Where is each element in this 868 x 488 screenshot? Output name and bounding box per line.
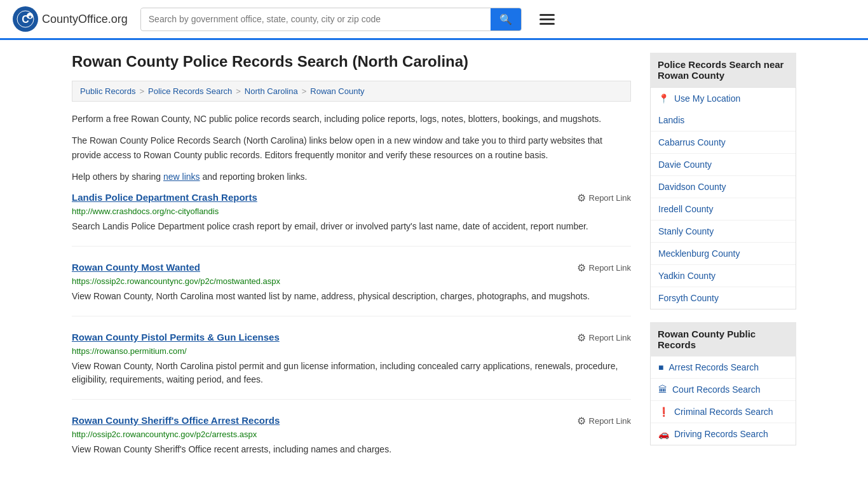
record-description-2: View Rowan County, North Carolina pistol…: [72, 360, 631, 386]
record-title-1[interactable]: Rowan County Most Wanted: [72, 262, 200, 273]
record-url-2[interactable]: https://rowanso.permitium.com/: [72, 346, 631, 356]
breadcrumb-sep-1: >: [139, 86, 144, 96]
description-3: Help others by sharing new links and rep…: [72, 170, 631, 184]
nearby-list-item: Landis: [651, 109, 796, 132]
record-description-3: View Rowan County Sheriff's Office recen…: [72, 443, 631, 456]
content-wrapper: Rowan County Police Records Search (Nort…: [53, 40, 815, 488]
report-link-label-3: Report Link: [589, 416, 631, 426]
public-record-list-item: ■Arrest Records Search: [651, 356, 796, 379]
logo-icon: C ★: [13, 6, 38, 32]
records-container: Landis Police Department Crash Reports ⚙…: [72, 192, 631, 469]
nearby-link-4[interactable]: Iredell County: [651, 198, 796, 220]
public-record-icon-2: ❗: [658, 407, 669, 417]
record-header: Rowan County Pistol Permits & Gun Licens…: [72, 332, 631, 344]
breadcrumb-rowan-county[interactable]: Rowan County: [310, 86, 364, 96]
svg-text:★: ★: [28, 15, 32, 19]
nearby-list-item: Yadkin County: [651, 265, 796, 287]
public-record-link-2[interactable]: ❗Criminal Records Search: [651, 401, 796, 423]
record-description-1: View Rowan County, North Carolina most w…: [72, 290, 631, 303]
hamburger-bar-2: [539, 18, 555, 20]
use-location-label: Use My Location: [674, 93, 740, 104]
public-record-icon-3: 🚗: [658, 429, 669, 439]
sidebar: Police Records Search near Rowan County …: [650, 53, 796, 484]
main-content: Rowan County Police Records Search (Nort…: [72, 53, 631, 484]
report-link-button-3[interactable]: ⚙ Report Link: [577, 415, 631, 427]
breadcrumb-sep-2: >: [236, 86, 241, 96]
breadcrumb-police-records[interactable]: Police Records Search: [148, 86, 232, 96]
nearby-list-item: Mecklenburg County: [651, 243, 796, 265]
search-icon: 🔍: [499, 14, 512, 25]
report-link-button-0[interactable]: ⚙ Report Link: [577, 192, 631, 204]
nearby-link-2[interactable]: Davie County: [651, 154, 796, 175]
public-records-section: Rowan County Public Records ■Arrest Reco…: [650, 322, 796, 445]
public-records-list: ■Arrest Records Search🏛Court Records Sea…: [650, 356, 796, 445]
nearby-link-6[interactable]: Mecklenburg County: [651, 243, 796, 264]
location-icon: 📍: [658, 93, 669, 104]
logo-text: CountyOffice.org: [42, 13, 128, 26]
site-header: C ★ CountyOffice.org 🔍: [0, 0, 868, 40]
search-button[interactable]: 🔍: [491, 8, 521, 30]
breadcrumb-public-records[interactable]: Public Records: [80, 86, 135, 96]
nearby-list-item: Iredell County: [651, 198, 796, 220]
logo-link[interactable]: C ★ CountyOffice.org: [13, 6, 128, 32]
record-header: Landis Police Department Crash Reports ⚙…: [72, 192, 631, 204]
search-input[interactable]: [141, 9, 491, 29]
use-location-link[interactable]: 📍 Use My Location: [650, 87, 796, 109]
nearby-list-item: Forsyth County: [651, 287, 796, 309]
public-record-link-0[interactable]: ■Arrest Records Search: [651, 356, 796, 378]
nearby-list-item: Davidson County: [651, 176, 796, 198]
report-link-button-2[interactable]: ⚙ Report Link: [577, 332, 631, 344]
nearby-link-5[interactable]: Stanly County: [651, 220, 796, 242]
record-title-3[interactable]: Rowan County Sheriff's Office Arrest Rec…: [72, 415, 280, 426]
report-link-button-1[interactable]: ⚙ Report Link: [577, 262, 631, 274]
breadcrumb-north-carolina[interactable]: North Carolina: [245, 86, 298, 96]
nearby-list-item: Stanly County: [651, 220, 796, 243]
record-entry: Landis Police Department Crash Reports ⚙…: [72, 192, 631, 247]
record-entry: Rowan County Most Wanted ⚙ Report Link h…: [72, 262, 631, 316]
report-icon-1: ⚙: [577, 262, 586, 274]
public-record-list-item: 🏛Court Records Search: [651, 379, 796, 401]
nearby-link-7[interactable]: Yadkin County: [651, 265, 796, 287]
hamburger-bar-1: [539, 14, 555, 16]
nearby-list-item: Davie County: [651, 154, 796, 176]
report-icon-2: ⚙: [577, 332, 586, 344]
nearby-link-1[interactable]: Cabarrus County: [651, 132, 796, 153]
public-record-list-item: ❗Criminal Records Search: [651, 401, 796, 423]
public-record-icon-0: ■: [658, 362, 663, 372]
record-header: Rowan County Most Wanted ⚙ Report Link: [72, 262, 631, 274]
public-records-heading: Rowan County Public Records: [650, 322, 796, 356]
report-icon-0: ⚙: [577, 192, 586, 204]
public-record-icon-1: 🏛: [658, 384, 667, 395]
nearby-link-3[interactable]: Davidson County: [651, 176, 796, 198]
description-2: The Rowan County Police Records Search (…: [72, 133, 631, 162]
report-link-label-1: Report Link: [589, 263, 631, 273]
nearby-list: LandisCabarrus CountyDavie CountyDavidso…: [650, 109, 796, 309]
record-url-0[interactable]: http://www.crashdocs.org/nc-cityoflandis: [72, 207, 631, 216]
report-link-label-0: Report Link: [589, 193, 631, 203]
report-icon-3: ⚙: [577, 415, 586, 427]
record-description-0: Search Landis Police Department police c…: [72, 220, 631, 233]
record-url-3[interactable]: http://ossip2c.rowancountync.gov/p2c/arr…: [72, 430, 631, 439]
nearby-link-0[interactable]: Landis: [651, 109, 796, 131]
report-link-label-2: Report Link: [589, 333, 631, 342]
nearby-heading: Police Records Search near Rowan County: [650, 53, 796, 87]
nearby-section: Police Records Search near Rowan County …: [650, 53, 796, 309]
breadcrumb: Public Records > Police Records Search >…: [72, 81, 631, 102]
record-entry: Rowan County Sheriff's Office Arrest Rec…: [72, 415, 631, 469]
nearby-list-item: Cabarrus County: [651, 132, 796, 154]
page-title: Rowan County Police Records Search (Nort…: [72, 53, 631, 71]
hamburger-bar-3: [539, 23, 555, 25]
record-entry: Rowan County Pistol Permits & Gun Licens…: [72, 332, 631, 400]
description-1: Perform a free Rowan County, NC public p…: [72, 112, 631, 126]
record-title-2[interactable]: Rowan County Pistol Permits & Gun Licens…: [72, 332, 280, 342]
hamburger-button[interactable]: [534, 11, 560, 27]
public-record-list-item: 🚗Driving Records Search: [651, 423, 796, 445]
search-bar: 🔍: [140, 8, 522, 31]
public-record-link-1[interactable]: 🏛Court Records Search: [651, 379, 796, 400]
record-url-1[interactable]: https://ossip2c.rowancountync.gov/p2c/mo…: [72, 276, 631, 286]
nearby-link-8[interactable]: Forsyth County: [651, 287, 796, 309]
breadcrumb-sep-3: >: [302, 86, 307, 96]
record-title-0[interactable]: Landis Police Department Crash Reports: [72, 192, 257, 203]
new-links-link[interactable]: new links: [163, 172, 200, 182]
public-record-link-3[interactable]: 🚗Driving Records Search: [651, 423, 796, 445]
